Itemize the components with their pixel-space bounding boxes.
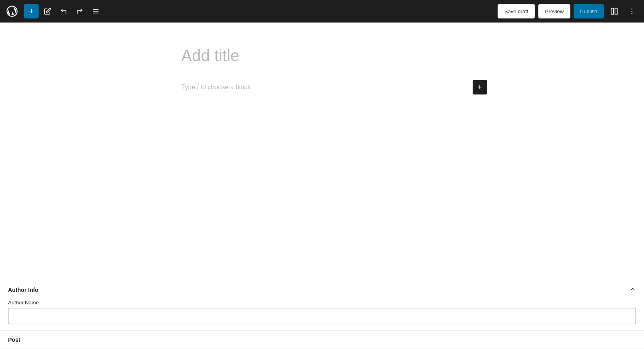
author-info-section: Author Info Author Name — [0, 280, 644, 331]
layout-view-button[interactable] — [607, 4, 621, 18]
post-section-label: Post — [0, 331, 644, 349]
add-block-inline-button[interactable]: + — [473, 80, 487, 94]
undo-button[interactable] — [56, 4, 71, 18]
pencil-icon — [44, 8, 51, 15]
layout-icon — [610, 7, 618, 15]
post-section: Post — [0, 331, 644, 349]
preview-button[interactable]: Preview — [538, 4, 570, 18]
author-info-body: Author Name — [0, 300, 644, 331]
author-name-input[interactable] — [8, 308, 636, 324]
author-name-label: Author Name — [8, 300, 636, 306]
publish-button[interactable]: Publish — [574, 4, 604, 18]
undo-icon — [60, 8, 67, 15]
svg-point-8 — [632, 13, 633, 14]
block-area: Type / to choose a block + — [181, 79, 463, 95]
edit-button[interactable] — [40, 4, 55, 18]
author-info-collapse-icon — [630, 286, 636, 294]
redo-button[interactable] — [72, 4, 87, 18]
save-draft-button[interactable]: Save draft — [498, 4, 535, 18]
editor-content: Type / to choose a block + — [173, 23, 471, 280]
author-info-title: Author Info — [8, 287, 38, 293]
wp-logo-button[interactable] — [5, 4, 19, 18]
tools-button[interactable] — [88, 4, 103, 18]
svg-rect-5 — [615, 8, 617, 14]
redo-icon — [76, 8, 83, 15]
post-title-input[interactable] — [181, 47, 463, 65]
toolbar: + Save draft Preview Publish — [0, 0, 644, 23]
editor-main: Type / to choose a block + — [0, 23, 644, 280]
tools-icon — [92, 8, 99, 15]
block-placeholder-text: Type / to choose a block — [181, 84, 463, 91]
options-button[interactable] — [625, 4, 639, 18]
author-info-header[interactable]: Author Info — [0, 280, 644, 300]
svg-rect-4 — [611, 8, 614, 14]
add-block-button[interactable]: + — [24, 4, 39, 18]
options-icon — [628, 7, 636, 15]
editor-bottom: Author Info Author Name Post — [0, 280, 644, 349]
toolbar-right: Save draft Preview Publish — [498, 4, 639, 18]
svg-point-6 — [632, 8, 633, 10]
svg-point-7 — [632, 11, 633, 12]
